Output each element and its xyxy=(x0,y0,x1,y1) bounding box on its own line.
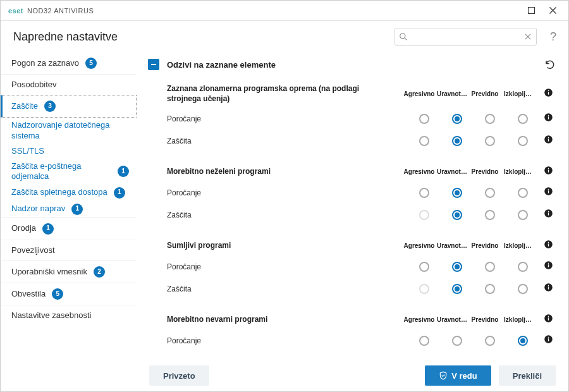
sidebar-item-web[interactable]: Zaščita spletnega dostopa1 xyxy=(1,185,137,201)
radio-option[interactable] xyxy=(518,114,528,124)
radio-option xyxy=(419,210,429,220)
svg-rect-25 xyxy=(548,263,548,264)
sidebar: Pogon za zaznavo5PosodobitevZaščite3Nadz… xyxy=(1,49,137,391)
sidebar-item-badge: 1 xyxy=(118,166,129,177)
sidebar-item-email[interactable]: Zaščita e-poštnega odjemalca1 xyxy=(1,159,137,185)
info-icon xyxy=(544,209,553,218)
window-close-button[interactable] xyxy=(542,3,563,18)
svg-rect-28 xyxy=(548,285,548,286)
group-info-button[interactable] xyxy=(539,166,557,178)
column-header: Uravnot… xyxy=(436,90,468,97)
radio-option[interactable] xyxy=(419,114,429,124)
info-icon xyxy=(544,283,553,292)
group-info-button[interactable] xyxy=(539,88,557,100)
radio-group xyxy=(408,336,539,346)
group-info-button[interactable] xyxy=(539,314,557,326)
radio-option[interactable] xyxy=(419,262,429,272)
svg-rect-13 xyxy=(548,168,548,169)
settings-group: Sumljivi programiAgresivnoUravnot…Previd… xyxy=(137,233,557,307)
radio-option[interactable] xyxy=(485,336,495,346)
radio-option[interactable] xyxy=(518,188,528,198)
row-label: Zaščita xyxy=(167,137,408,145)
row-info-button[interactable] xyxy=(539,209,557,221)
sidebar-item-dev[interactable]: Nadzor naprav1 xyxy=(1,201,137,217)
sidebar-item-engine[interactable]: Pogon za zaznavo5 xyxy=(1,52,137,74)
radio-option[interactable] xyxy=(419,336,429,346)
group-title: Sumljivi programi xyxy=(167,241,398,251)
sidebar-item-privacy[interactable]: Nastavitve zasebnosti xyxy=(1,305,137,326)
sidebar-item-tools[interactable]: Orodja1 xyxy=(1,217,137,240)
default-button[interactable]: Privzeto xyxy=(149,365,209,386)
info-icon xyxy=(544,166,553,175)
radio-option[interactable] xyxy=(518,262,528,272)
radio-option[interactable] xyxy=(485,262,495,272)
brand-product: NOD32 ANTIVIRUS xyxy=(27,7,94,15)
svg-rect-34 xyxy=(548,337,548,338)
svg-rect-9 xyxy=(548,138,548,141)
sidebar-item-label: Obvestila xyxy=(11,289,46,299)
row-info-button[interactable] xyxy=(539,334,557,346)
settings-group: Morebitno nevarni programiAgresivnoUravn… xyxy=(137,307,557,359)
collapse-toggle[interactable] xyxy=(148,59,159,70)
svg-rect-3 xyxy=(548,92,548,94)
page-title: Napredne nastavitve xyxy=(13,30,118,44)
radio-option[interactable] xyxy=(452,210,462,220)
sidebar-item-ui[interactable]: Uporabniški vmesnik2 xyxy=(1,260,137,283)
column-headers: AgresivnoUravnot…PrevidnoIzkloplj… xyxy=(403,168,534,175)
info-icon xyxy=(544,240,553,249)
sidebar-item-label: SSL/TLS xyxy=(11,146,44,156)
clear-search-icon[interactable] xyxy=(523,32,532,41)
sidebar-item-update[interactable]: Posodobitev xyxy=(1,74,137,95)
window-maximize-button[interactable] xyxy=(520,3,542,18)
svg-rect-7 xyxy=(548,115,548,116)
sidebar-item-fsmon[interactable]: Nadzorovanje datotečnega sistema xyxy=(1,118,137,144)
ok-button[interactable]: V redu xyxy=(425,365,491,386)
info-icon xyxy=(544,88,553,97)
radio-option[interactable] xyxy=(485,284,495,294)
sidebar-item-badge: 5 xyxy=(85,58,97,69)
row-info-button[interactable] xyxy=(539,187,557,199)
sidebar-item-badge: 1 xyxy=(71,204,83,215)
radio-option[interactable] xyxy=(518,210,528,220)
radio-option[interactable] xyxy=(518,336,528,346)
radio-option[interactable] xyxy=(419,188,429,198)
row-info-button[interactable] xyxy=(539,113,557,125)
row-info-button[interactable] xyxy=(539,135,557,147)
svg-rect-16 xyxy=(548,189,548,190)
radio-option[interactable] xyxy=(452,284,462,294)
info-icon xyxy=(544,113,553,122)
radio-option[interactable] xyxy=(485,136,495,146)
sidebar-item-label: Zaščita spletnega dostopa xyxy=(11,187,107,197)
help-button[interactable]: ? xyxy=(547,30,560,43)
sidebar-item-badge: 3 xyxy=(44,101,56,112)
radio-group xyxy=(408,210,539,220)
undo-button[interactable] xyxy=(543,58,557,71)
radio-option[interactable] xyxy=(419,136,429,146)
group-header: Sumljivi programiAgresivnoUravnot…Previd… xyxy=(167,236,557,255)
radio-option[interactable] xyxy=(485,210,495,220)
radio-option[interactable] xyxy=(518,136,528,146)
sidebar-item-label: Pogon za zaznavo xyxy=(11,58,79,68)
radio-group xyxy=(408,136,539,146)
search-input[interactable] xyxy=(410,32,523,42)
radio-option[interactable] xyxy=(518,284,528,294)
sidebar-item-ssltls[interactable]: SSL/TLS xyxy=(1,144,137,159)
radio-option[interactable] xyxy=(485,114,495,124)
sidebar-item-notif[interactable]: Obvestila5 xyxy=(1,283,137,305)
content-scroll[interactable]: Odzivi na zaznane elemente Zaznana zlona… xyxy=(137,49,568,360)
search-box[interactable] xyxy=(395,28,537,46)
row-info-button[interactable] xyxy=(539,260,557,273)
radio-option[interactable] xyxy=(452,262,462,272)
row-info-button[interactable] xyxy=(539,283,557,295)
radio-group xyxy=(408,114,539,124)
sidebar-item-label: Nastavitve zasebnosti xyxy=(11,310,91,321)
sidebar-item-protections[interactable]: Zaščite3 xyxy=(1,95,137,118)
sidebar-item-conn[interactable]: Povezljivost xyxy=(1,240,137,260)
radio-option[interactable] xyxy=(452,136,462,146)
cancel-button[interactable]: Prekliči xyxy=(499,365,556,386)
radio-option[interactable] xyxy=(485,188,495,198)
radio-option[interactable] xyxy=(452,336,462,346)
group-info-button[interactable] xyxy=(539,240,557,252)
radio-option[interactable] xyxy=(452,114,462,124)
radio-option[interactable] xyxy=(452,188,462,198)
